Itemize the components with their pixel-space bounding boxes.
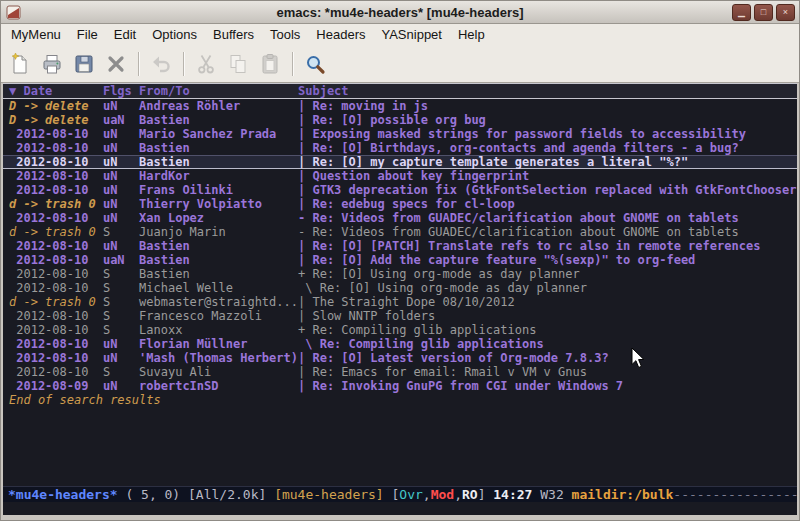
message-row[interactable]: 2012-08-10 uN Frans Oilinki | GTK3 depre… xyxy=(3,183,797,197)
print-button[interactable] xyxy=(37,49,67,79)
modeline-segment: W32 xyxy=(532,487,571,502)
message-summary: uaN Bastien | Re: [O] possible org bug xyxy=(103,113,486,127)
date-column: 2012-08-10 xyxy=(9,351,103,365)
message-row[interactable]: 2012-08-10 uN Xan Lopez - Re: Videos fro… xyxy=(3,211,797,225)
mark-column: d -> trash 0 xyxy=(9,295,103,309)
paste-icon xyxy=(258,52,282,76)
date-column: 2012-08-10 xyxy=(9,183,103,197)
mark-column: D -> delete xyxy=(9,99,103,113)
copy-button[interactable] xyxy=(223,49,253,79)
new-file-icon xyxy=(8,52,32,76)
message-row[interactable]: d -> trash 0 S webmaster@straightd...| T… xyxy=(3,295,797,309)
header-line[interactable]: ▼ Date Flgs From/To Subject xyxy=(3,83,797,99)
echo-area[interactable] xyxy=(3,502,797,515)
message-row[interactable]: 2012-08-10 S Bastien + Re: [O] Using org… xyxy=(3,267,797,281)
message-summary: uN Andreas Röhler | Re: moving in js xyxy=(103,99,428,113)
date-column: 2012-08-10 xyxy=(9,155,103,169)
message-row[interactable]: 2012-08-10 uN Florian Müllner \ Re: Comp… xyxy=(3,337,797,351)
message-row[interactable]: 2012-08-10 S Suvayu Ali | Re: Emacs for … xyxy=(3,365,797,379)
menu-item-edit[interactable]: Edit xyxy=(106,24,144,46)
modeline-segment: ( 5, 0) [All/2.0k] xyxy=(118,487,275,502)
message-summary: S Lanoxx + Re: Compiling glib applicatio… xyxy=(103,323,536,337)
close-button[interactable]: × xyxy=(776,4,795,21)
message-row[interactable]: 2012-08-10 S Francesco Mazzoli | Slow NN… xyxy=(3,309,797,323)
message-row[interactable]: d -> trash 0 S Juanjo Marin - Re: Videos… xyxy=(3,225,797,239)
date-column: 2012-08-10 xyxy=(9,211,103,225)
modeline-segment: Mod xyxy=(431,487,454,502)
message-row[interactable]: 2012-08-10 uN Bastien | Re: [O] [PATCH] … xyxy=(3,239,797,253)
toolbar-separator xyxy=(292,52,293,76)
modeline-segment: ] xyxy=(478,487,494,502)
menu-item-file[interactable]: File xyxy=(69,24,106,46)
mode-line: *mu4e-headers* ( 5, 0) [All/2.0k] [mu4e-… xyxy=(3,486,797,502)
date-column: 2012-08-10 xyxy=(9,253,103,267)
title-bar[interactable]: emacs: *mu4e-headers* [mu4e-headers] ▁ □… xyxy=(1,1,799,24)
menu-item-yasnippet[interactable]: YASnippet xyxy=(373,24,449,46)
message-summary: uN 'Mash (Thomas Herbert)| Re: [O] Lates… xyxy=(103,351,609,365)
message-summary: uN Xan Lopez - Re: Videos from GUADEC/cl… xyxy=(103,211,739,225)
menu-item-buffers[interactable]: Buffers xyxy=(205,24,262,46)
message-summary: uN robertcInSD | Re: Invoking GnuPG from… xyxy=(103,379,623,393)
window-buttons: ▁ □ × xyxy=(732,4,795,21)
tool-bar xyxy=(1,46,799,83)
paste-button[interactable] xyxy=(255,49,285,79)
modeline-segment: [ xyxy=(384,487,400,502)
message-summary: S Juanjo Marin - Re: Videos from GUADEC/… xyxy=(103,225,739,239)
mark-column: d -> trash 0 xyxy=(9,225,103,239)
modeline-segment: , xyxy=(423,487,431,502)
end-of-results: End of search results xyxy=(3,393,797,407)
date-column: 2012-08-10 xyxy=(9,281,103,295)
message-summary: S Francesco Mazzoli | Slow NNTP folders xyxy=(103,309,435,323)
window-icon xyxy=(6,5,21,20)
message-summary: S Bastien + Re: [O] Using org-mode as da… xyxy=(103,267,580,281)
menu-bar: MyMenuFileEditOptionsBuffersToolsHeaders… xyxy=(1,24,799,46)
maximize-button[interactable]: □ xyxy=(754,4,773,21)
message-row[interactable]: 2012-08-10 uN Bastien | Re: [O] Birthday… xyxy=(3,141,797,155)
cut-button[interactable] xyxy=(191,49,221,79)
message-row[interactable]: 2012-08-09 uN robertcInSD | Re: Invoking… xyxy=(3,379,797,393)
message-row[interactable]: 2012-08-10 uN Mario Sanchez Prada | Expo… xyxy=(3,127,797,141)
modeline-segment: *mu4e-headers* xyxy=(8,487,118,502)
new-file-button[interactable] xyxy=(5,49,35,79)
modeline-segment: [mu4e-headers] xyxy=(274,487,384,502)
menu-item-options[interactable]: Options xyxy=(144,24,205,46)
save-button[interactable] xyxy=(69,49,99,79)
message-row[interactable]: 2012-08-10 uN 'Mash (Thomas Herbert)| Re… xyxy=(3,351,797,365)
message-summary: S webmaster@straightd...| The Straight D… xyxy=(103,295,515,309)
date-column: 2012-08-10 xyxy=(9,365,103,379)
search-button[interactable] xyxy=(300,49,330,79)
close-buffer-icon xyxy=(104,52,128,76)
message-row[interactable]: 2012-08-10 S Lanoxx + Re: Compiling glib… xyxy=(3,323,797,337)
date-column: 2012-08-09 xyxy=(9,379,103,393)
menu-item-mymenu[interactable]: MyMenu xyxy=(3,24,69,46)
date-column: 2012-08-10 xyxy=(9,309,103,323)
date-column: 2012-08-10 xyxy=(9,239,103,253)
message-row[interactable]: D -> delete uN Andreas Röhler | Re: movi… xyxy=(3,99,797,113)
date-column: 2012-08-10 xyxy=(9,323,103,337)
message-row[interactable]: 2012-08-10 uN HardKor | Question about k… xyxy=(3,169,797,183)
date-column: 2012-08-10 xyxy=(9,337,103,351)
message-row[interactable]: 2012-08-10 uaN Bastien | Re: [O] Add the… xyxy=(3,253,797,267)
message-row[interactable]: D -> delete uaN Bastien | Re: [O] possib… xyxy=(3,113,797,127)
cut-icon xyxy=(194,52,218,76)
close-buffer-button[interactable] xyxy=(101,49,131,79)
modeline-segment: Ovr xyxy=(399,487,422,502)
date-column: 2012-08-10 xyxy=(9,267,103,281)
message-summary: uN Bastien | Re: [O] my capture template… xyxy=(103,155,688,169)
message-summary: S Suvayu Ali | Re: Emacs for email: Rmai… xyxy=(103,365,587,379)
menu-item-help[interactable]: Help xyxy=(450,24,493,46)
window-title: emacs: *mu4e-headers* [mu4e-headers] xyxy=(1,5,799,20)
buffer-empty-space xyxy=(3,407,797,486)
menu-item-headers[interactable]: Headers xyxy=(308,24,373,46)
message-list: D -> delete uN Andreas Röhler | Re: movi… xyxy=(3,99,797,393)
menu-item-tools[interactable]: Tools xyxy=(262,24,308,46)
undo-button[interactable] xyxy=(146,49,176,79)
message-row[interactable]: d -> trash 0 uN Thierry Volpiatto | Re: … xyxy=(3,197,797,211)
date-column: 2012-08-10 xyxy=(9,141,103,155)
buffer-area: ▼ Date Flgs From/To Subject D -> delete … xyxy=(3,83,797,515)
message-summary: S Michael Welle \ Re: [O] Using org-mode… xyxy=(103,281,587,295)
minimize-button[interactable]: ▁ xyxy=(732,4,751,21)
message-row[interactable]: 2012-08-10 S Michael Welle \ Re: [O] Usi… xyxy=(3,281,797,295)
date-column: 2012-08-10 xyxy=(9,169,103,183)
message-row[interactable]: 2012-08-10 uN Bastien | Re: [O] my captu… xyxy=(3,155,797,169)
